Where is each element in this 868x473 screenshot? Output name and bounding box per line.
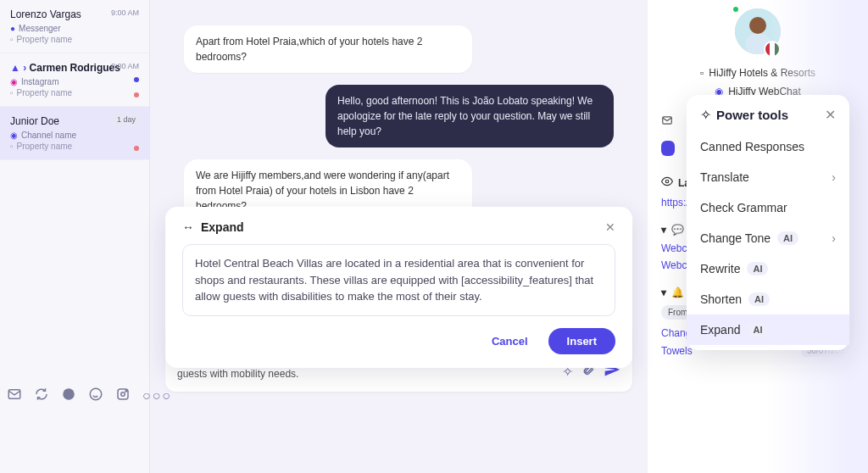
power-tool-canned[interactable]: Canned Responses: [687, 131, 849, 162]
expand-title: Expand: [201, 220, 244, 234]
chevron-down-icon[interactable]: ▾: [661, 287, 666, 298]
channel-icon: ◉: [10, 131, 18, 140]
chat-panel: Apart from Hotel Praia,which of your hot…: [150, 0, 648, 473]
status-dot: [134, 92, 139, 97]
building-icon: ▫: [10, 35, 14, 44]
request-link[interactable]: Towels: [661, 345, 693, 357]
channel-icon-bar: ○○○: [7, 387, 172, 405]
status-dot: [134, 146, 139, 151]
power-tools-popover: ✧ Power tools ✕ Canned Responses Transla…: [687, 95, 849, 350]
conversation-item-active[interactable]: Junior Doe ◉ Channel name ▫ Property nam…: [0, 107, 149, 160]
svg-point-9: [121, 392, 125, 397]
instagram-icon: ◉: [10, 77, 18, 86]
refresh-icon[interactable]: [34, 387, 49, 405]
cancel-button[interactable]: Cancel: [481, 328, 538, 354]
conversation-channel: Channel name: [21, 131, 76, 140]
conversation-property: Property name: [17, 35, 73, 44]
svg-point-7: [90, 388, 102, 400]
magic-wand-icon: ✧: [700, 107, 711, 123]
building-icon: ▫: [10, 142, 14, 151]
conversation-property: Property name: [17, 142, 73, 151]
conversation-time: 8:00 AM: [111, 62, 139, 70]
ai-badge: AI: [748, 292, 770, 306]
action-button[interactable]: [661, 141, 675, 156]
insert-button[interactable]: Insert: [548, 328, 615, 354]
svg-point-6: [63, 388, 75, 400]
expand-popover: ↔ Expand ✕ Hotel Central Beach Villas ar…: [165, 207, 632, 368]
conversation-channel: Messenger: [19, 24, 60, 33]
power-tool-rewrite[interactable]: Rewrite AI: [687, 253, 849, 284]
power-tool-tone[interactable]: Change Tone AI ›: [687, 223, 849, 253]
message-incoming: Apart from Hotel Praia,which of your hot…: [184, 25, 472, 73]
ai-badge: AI: [747, 323, 768, 337]
conversation-channel: Instagram: [21, 77, 58, 86]
building-icon: ▫: [700, 67, 704, 79]
conversation-item[interactable]: Lorenzo Vargas ● Messenger ▫ Property na…: [0, 0, 149, 53]
close-icon[interactable]: ✕: [605, 220, 615, 234]
chevron-right-icon: ›: [832, 231, 836, 245]
power-tool-translate[interactable]: Translate ›: [687, 162, 849, 192]
svg-point-10: [125, 391, 127, 392]
org-name: HiJiffy Hotels & Resorts: [709, 67, 815, 79]
bell-icon: 🔔: [671, 287, 684, 298]
power-tools-title: Power tools: [716, 108, 788, 122]
conversation-time: 1 day: [114, 114, 139, 125]
envelope-icon: [661, 114, 673, 129]
mail-icon[interactable]: [7, 387, 22, 405]
conversation-property: Property name: [17, 88, 73, 97]
instagram-icon[interactable]: [115, 387, 131, 405]
message-outgoing: Hello, good afternoon! This is João Loba…: [326, 85, 614, 147]
chat-icon: 💬: [671, 224, 684, 236]
more-icon[interactable]: ○○○: [142, 388, 172, 403]
whatsapp-icon[interactable]: [88, 387, 103, 405]
expand-body: Hotel Central Beach Villas are located i…: [182, 244, 615, 316]
svg-point-1: [749, 17, 766, 34]
power-tool-grammar[interactable]: Check Grammar: [687, 192, 849, 223]
messenger-icon[interactable]: [61, 387, 76, 405]
chevron-down-icon[interactable]: ▾: [661, 224, 666, 236]
conversation-time: 9:00 AM: [111, 8, 139, 17]
eye-icon: [661, 175, 673, 190]
power-tool-shorten[interactable]: Shorten AI: [687, 284, 849, 314]
messenger-icon: ●: [10, 24, 15, 33]
ai-badge: AI: [747, 262, 768, 275]
svg-point-4: [665, 180, 669, 183]
building-icon: ▫: [10, 88, 14, 97]
online-status-dot: [732, 5, 740, 14]
unread-dot: [134, 77, 139, 82]
country-flag-icon: [764, 41, 781, 58]
power-tool-expand[interactable]: Expand AI: [687, 314, 849, 345]
chevron-right-icon: ›: [832, 170, 836, 184]
ai-badge: AI: [777, 231, 798, 245]
close-icon[interactable]: ✕: [825, 107, 836, 123]
conversation-item[interactable]: ▲ › Carmen Rodrigues ◉ Instagram ▫ Prope…: [0, 53, 149, 107]
expand-arrows-icon: ↔: [182, 220, 194, 234]
